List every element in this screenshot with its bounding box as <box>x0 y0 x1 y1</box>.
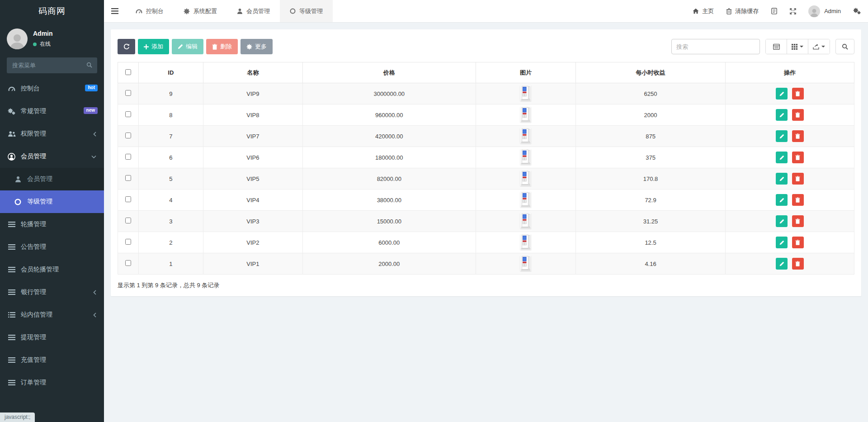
home-link[interactable]: 主页 <box>693 7 714 15</box>
cell-price: 82000.00 <box>302 168 476 190</box>
row-checkbox[interactable] <box>125 218 131 223</box>
sidebar-search-input[interactable] <box>7 57 97 73</box>
row-edit-button[interactable] <box>776 237 788 248</box>
app-logo[interactable]: 码商网 <box>0 0 104 23</box>
row-edit-button[interactable] <box>776 215 788 227</box>
sidebar-item-announcements[interactable]: 公告管理 <box>0 236 104 258</box>
sidebar-toggle-button[interactable] <box>104 0 126 22</box>
cell-image <box>476 232 576 253</box>
sidebar-item-permissions[interactable]: 权限管理 <box>0 123 104 145</box>
row-delete-button[interactable] <box>792 130 804 142</box>
sidebar-item-dashboard[interactable]: 控制台 hot <box>0 77 104 100</box>
row-delete-button[interactable] <box>792 88 804 100</box>
row-delete-button[interactable] <box>792 173 804 185</box>
row-delete-button[interactable] <box>792 109 804 121</box>
row-delete-button[interactable] <box>792 258 804 270</box>
sidebar-item-site-messages[interactable]: 站内信管理 <box>0 303 104 326</box>
row-delete-button[interactable] <box>792 152 804 163</box>
sidebar-item-orders[interactable]: 订单管理 <box>0 371 104 394</box>
sidebar-item-member-management[interactable]: 会员管理 <box>0 168 104 190</box>
add-button[interactable]: 添加 <box>138 39 169 54</box>
header-hourly-income[interactable]: 每小时收益 <box>576 62 726 83</box>
manual-button[interactable] <box>771 8 778 14</box>
columns-dropdown-button[interactable] <box>787 39 808 54</box>
row-checkbox[interactable] <box>125 90 131 96</box>
product-thumbnail[interactable] <box>520 171 531 186</box>
dashboard-icon <box>7 85 16 92</box>
row-delete-button[interactable] <box>792 215 804 227</box>
row-checkbox[interactable] <box>125 175 131 181</box>
product-thumbnail[interactable] <box>520 213 531 228</box>
sidebar-item-carousel[interactable]: 轮播管理 <box>0 213 104 236</box>
row-delete-button[interactable] <box>792 194 804 206</box>
row-checkbox-cell <box>118 232 139 253</box>
header-price[interactable]: 价格 <box>302 62 476 83</box>
sidebar-item-label: 会员轮播管理 <box>21 266 59 274</box>
row-edit-button[interactable] <box>776 109 788 121</box>
row-checkbox[interactable] <box>125 111 131 117</box>
sidebar-item-banks[interactable]: 银行管理 <box>0 281 104 303</box>
header-image[interactable]: 图片 <box>476 62 576 83</box>
tab-members[interactable]: 会员管理 <box>227 0 280 22</box>
more-button[interactable]: 更多 <box>241 39 273 54</box>
settings-button[interactable] <box>853 8 861 14</box>
product-thumbnail[interactable] <box>520 149 531 165</box>
levels-table: ID 名称 价格 图片 每小时收益 操作 9 <box>118 62 854 289</box>
list-icon <box>7 244 16 250</box>
row-edit-button[interactable] <box>776 152 788 163</box>
search-toggle-button[interactable] <box>835 39 854 54</box>
row-edit-button[interactable] <box>776 194 788 206</box>
row-delete-button[interactable] <box>792 237 804 248</box>
fullscreen-button[interactable] <box>790 8 796 14</box>
product-thumbnail[interactable] <box>520 85 531 101</box>
caret-down-icon <box>800 46 803 47</box>
row-edit-button[interactable] <box>776 173 788 185</box>
sidebar-item-label: 站内信管理 <box>21 311 52 319</box>
sidebar-item-recharge[interactable]: 充值管理 <box>0 349 104 371</box>
select-all-checkbox[interactable] <box>125 69 131 75</box>
avatar <box>808 5 820 17</box>
product-thumbnail[interactable] <box>520 107 531 122</box>
sidebar-item-members[interactable]: 会员管理 <box>0 145 104 168</box>
delete-button-label: 删除 <box>220 43 232 51</box>
tab-dashboard[interactable]: 控制台 <box>126 0 174 22</box>
refresh-button[interactable] <box>118 39 135 54</box>
product-thumbnail[interactable] <box>520 234 531 250</box>
tab-level-management[interactable]: 等级管理 <box>280 0 333 22</box>
sidebar-item-withdrawals[interactable]: 提现管理 <box>0 326 104 349</box>
cell-actions <box>725 190 854 211</box>
export-dropdown-button[interactable] <box>808 39 830 54</box>
product-thumbnail[interactable] <box>520 256 531 271</box>
table-row: 3 VIP3 15000.00 31.25 <box>118 211 854 232</box>
row-checkbox[interactable] <box>125 260 131 266</box>
table-search-input[interactable] <box>671 39 760 54</box>
edit-button[interactable]: 编辑 <box>172 39 203 54</box>
data-panel: 添加 编辑 删除 更多 <box>111 29 861 296</box>
sidebar-item-general[interactable]: 常规管理 new <box>0 100 104 123</box>
cell-image <box>476 104 576 126</box>
delete-button[interactable]: 删除 <box>206 39 238 54</box>
user-menu[interactable]: Admin <box>808 5 841 17</box>
sidebar-item-level-management[interactable]: 等级管理 <box>0 190 104 213</box>
tab-system-config[interactable]: 系统配置 <box>174 0 227 22</box>
row-checkbox[interactable] <box>125 133 131 138</box>
row-checkbox[interactable] <box>125 239 131 245</box>
product-thumbnail[interactable] <box>520 128 531 143</box>
row-edit-button[interactable] <box>776 130 788 142</box>
table-view-button-group <box>765 39 830 54</box>
row-checkbox[interactable] <box>125 196 131 202</box>
table-row: 1 VIP1 2000.00 4.16 <box>118 253 854 275</box>
toggle-view-button[interactable] <box>766 39 787 54</box>
online-dot-icon <box>33 43 37 46</box>
clear-cache-link[interactable]: 清除缓存 <box>726 7 759 15</box>
row-edit-button[interactable] <box>776 258 788 270</box>
header-id[interactable]: ID <box>138 62 203 83</box>
row-checkbox[interactable] <box>125 154 131 160</box>
sidebar-item-member-carousel[interactable]: 会员轮播管理 <box>0 258 104 281</box>
row-edit-button[interactable] <box>776 88 788 100</box>
cell-name: VIP9 <box>203 83 302 104</box>
cell-price: 2000.00 <box>302 253 476 275</box>
cell-price: 15000.00 <box>302 211 476 232</box>
header-name[interactable]: 名称 <box>203 62 302 83</box>
product-thumbnail[interactable] <box>520 192 531 207</box>
